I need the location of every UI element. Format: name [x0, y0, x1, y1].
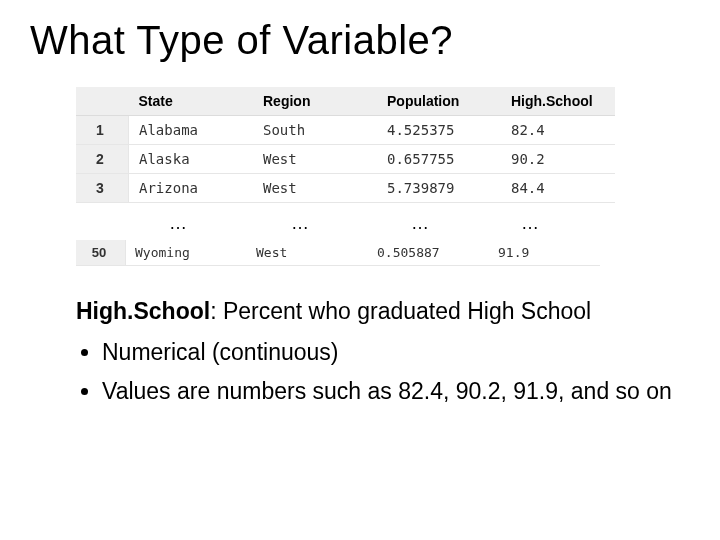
- row-number: 1: [76, 116, 129, 145]
- table-corner: [76, 87, 129, 116]
- cell-state: Alabama: [129, 116, 254, 145]
- data-table-wrap: State Region Population High.School 1 Al…: [76, 87, 690, 203]
- cell-population: 0.657755: [377, 145, 501, 174]
- ellipsis-mark: …: [480, 213, 580, 234]
- data-table: State Region Population High.School 1 Al…: [76, 87, 615, 203]
- table-row: 2 Alaska West 0.657755 90.2: [76, 145, 615, 174]
- bullet-list: Numerical (continuous) Values are number…: [76, 337, 690, 407]
- cell-state: Alaska: [129, 145, 254, 174]
- description-definition: : Percent who graduated High School: [210, 298, 591, 324]
- ellipsis-spacer: [76, 213, 116, 234]
- cell-region: West: [253, 174, 377, 203]
- ellipsis-mark: …: [240, 213, 360, 234]
- ellipsis-mark: …: [360, 213, 480, 234]
- cell-region: West: [253, 145, 377, 174]
- cell-region: South: [253, 116, 377, 145]
- col-header-region: Region: [253, 87, 377, 116]
- cell-region: West: [247, 240, 368, 266]
- cell-state: Wyoming: [126, 240, 248, 266]
- cell-highschool: 82.4: [501, 116, 615, 145]
- col-header-highschool: High.School: [501, 87, 615, 116]
- table-header-row: State Region Population High.School: [76, 87, 615, 116]
- ellipsis-mark: …: [116, 213, 240, 234]
- cell-highschool: 91.9: [489, 240, 600, 266]
- col-header-state: State: [129, 87, 254, 116]
- cell-population: 4.525375: [377, 116, 501, 145]
- table-row: 50 Wyoming West 0.505887 91.9: [76, 240, 600, 266]
- row-number: 2: [76, 145, 129, 174]
- row-number: 3: [76, 174, 129, 203]
- list-item: Numerical (continuous): [102, 337, 690, 368]
- row-number: 50: [76, 240, 126, 266]
- table-row: 3 Arizona West 5.739879 84.4: [76, 174, 615, 203]
- cell-population: 5.739879: [377, 174, 501, 203]
- list-item: Values are numbers such as 82.4, 90.2, 9…: [102, 376, 690, 407]
- col-header-population: Population: [377, 87, 501, 116]
- page-title: What Type of Variable?: [30, 18, 690, 63]
- cell-population: 0.505887: [368, 240, 489, 266]
- slide: What Type of Variable? State Region Popu…: [0, 0, 720, 540]
- description-line: High.School: Percent who graduated High …: [76, 296, 690, 327]
- description-term: High.School: [76, 298, 210, 324]
- ellipsis-row: … … … …: [76, 209, 690, 240]
- data-table-last: 50 Wyoming West 0.505887 91.9: [76, 240, 600, 266]
- cell-highschool: 90.2: [501, 145, 615, 174]
- table-row: 1 Alabama South 4.525375 82.4: [76, 116, 615, 145]
- cell-state: Arizona: [129, 174, 254, 203]
- cell-highschool: 84.4: [501, 174, 615, 203]
- description-block: High.School: Percent who graduated High …: [76, 296, 690, 407]
